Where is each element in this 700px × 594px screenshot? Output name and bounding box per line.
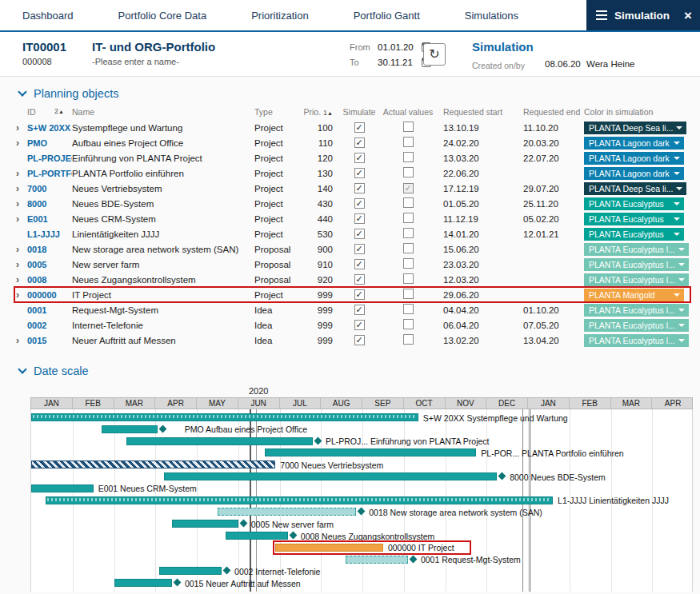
row-id[interactable]: 8000 (27, 199, 72, 209)
table-row[interactable]: PL-PROJECTEinführung von PLANTA ProjectP… (14, 150, 690, 165)
color-dropdown[interactable]: PLANTA Eucalyptus l... (584, 304, 689, 317)
col-prio[interactable]: Prio. (304, 107, 322, 117)
row-id[interactable]: 0001 (27, 305, 72, 315)
simulate-checkbox[interactable]: ✓ (354, 198, 365, 209)
simulate-checkbox[interactable]: ✓ (354, 229, 365, 239)
actual-values-checkbox[interactable] (403, 243, 414, 253)
gantt-bar[interactable] (218, 508, 356, 516)
color-dropdown[interactable]: PLANTA Lagoon dark (584, 137, 684, 149)
col-id[interactable]: ID (27, 107, 36, 117)
table-row[interactable]: L1-JJJJLinientätigkeiten JJJJProject530✓… (14, 226, 690, 241)
actual-values-checkbox[interactable] (403, 334, 414, 345)
row-expander-icon[interactable]: › (14, 244, 27, 255)
gantt-bar[interactable] (265, 448, 476, 456)
color-dropdown[interactable]: PLANTA Eucalyptus (584, 197, 684, 210)
actual-values-checkbox[interactable] (403, 152, 414, 162)
row-id[interactable]: 0018 (27, 245, 72, 254)
table-row[interactable]: 0001Request-Mgt-SystemIdea999✓04.04.2001… (14, 302, 690, 317)
row-id[interactable]: S+W 20XX (27, 123, 72, 133)
collapse-chevron-icon[interactable] (18, 365, 26, 373)
gantt-bar[interactable] (31, 413, 418, 421)
actual-values-checkbox[interactable] (403, 273, 414, 284)
from-date-field[interactable]: 01.01.20 (378, 42, 416, 52)
color-dropdown[interactable]: PLANTA Eucalyptus l... (584, 334, 689, 347)
table-row[interactable]: ›000000IT ProjectProject999✓29.06.20PLAN… (14, 287, 690, 302)
color-dropdown[interactable]: PLANTA Deep Sea li... (584, 122, 686, 134)
table-row[interactable]: ›0015Neuer Auftritt auf MessenIdea999✓13… (14, 333, 690, 348)
table-row[interactable]: 0002Internet-TelefonieIdea999✓06.04.2007… (14, 317, 690, 333)
color-dropdown[interactable]: PLANTA Eucalyptus l... (584, 319, 689, 332)
actual-values-checkbox[interactable] (403, 228, 414, 238)
row-id[interactable]: PL-PROJECT (27, 153, 72, 163)
simulate-checkbox[interactable]: ✓ (354, 244, 365, 254)
row-expander-icon[interactable]: › (14, 122, 27, 134)
row-id[interactable]: 000000 (27, 290, 72, 300)
row-expander-icon[interactable]: › (14, 198, 27, 209)
gantt-bar[interactable] (102, 425, 158, 433)
collapse-chevron-icon[interactable] (18, 87, 26, 96)
color-dropdown[interactable]: PLANTA Lagoon dark (584, 167, 684, 180)
actual-values-checkbox[interactable]: ✓ (403, 183, 414, 193)
row-id[interactable]: 0015 (27, 336, 72, 345)
simulate-checkbox[interactable]: ✓ (354, 320, 365, 330)
simulate-checkbox[interactable]: ✓ (354, 305, 365, 315)
row-id[interactable]: 0008 (27, 275, 72, 285)
date-scale-section-header[interactable]: Date scale (0, 361, 700, 381)
gantt-bar[interactable] (126, 437, 313, 445)
actual-values-checkbox[interactable] (403, 304, 414, 314)
simulate-checkbox[interactable]: ✓ (354, 259, 365, 269)
simulate-checkbox[interactable]: ✓ (354, 122, 365, 133)
nav-tab-simulations[interactable]: Simulations (465, 10, 518, 22)
col-type[interactable]: Type (254, 107, 299, 117)
menu-icon[interactable] (596, 8, 607, 22)
col-actual-values[interactable]: Actual values (382, 107, 434, 117)
row-expander-icon[interactable]: › (14, 274, 27, 285)
portfolio-name-placeholder[interactable]: -Please enter a name- (92, 57, 215, 66)
close-icon[interactable]: × (684, 9, 692, 22)
simulate-checkbox[interactable]: ✓ (354, 168, 365, 178)
table-row[interactable]: ›E001Neues CRM-SystemProject440✓11.12.19… (14, 211, 690, 226)
table-row[interactable]: ›0008Neues ZugangskontrollsystemProposal… (14, 272, 690, 287)
actual-values-checkbox[interactable] (403, 258, 414, 269)
color-dropdown[interactable]: PLANTA Eucalyptus (584, 228, 684, 241)
row-expander-icon[interactable]: › (14, 335, 27, 346)
col-color-in-simulation[interactable]: Color in simulation (584, 107, 690, 117)
color-dropdown[interactable]: PLANTA Marigold (584, 289, 684, 301)
gantt-bar[interactable] (159, 567, 222, 575)
table-row[interactable]: ›8000Neues BDE-SystemProject430✓01.05.20… (14, 196, 690, 211)
refresh-button[interactable]: ↻ (423, 43, 446, 66)
gantt-bar[interactable] (31, 460, 275, 468)
color-dropdown[interactable]: PLANTA Eucalyptus (584, 213, 684, 225)
row-id[interactable]: 0002 (27, 321, 72, 330)
gantt-bar[interactable] (46, 496, 553, 504)
simulate-checkbox[interactable]: ✓ (354, 138, 365, 148)
row-id[interactable]: 7000 (27, 184, 72, 193)
col-name[interactable]: Name (72, 107, 254, 117)
simulate-checkbox[interactable]: ✓ (354, 289, 365, 300)
col-simulate[interactable]: Simulate (336, 107, 382, 117)
actual-values-checkbox[interactable] (403, 167, 414, 177)
row-expander-icon[interactable]: › (14, 168, 27, 179)
row-id[interactable]: L1-JJJJ (27, 229, 72, 239)
nav-tab-portfolio-core-data[interactable]: Portfolio Core Data (118, 10, 207, 22)
simulate-checkbox[interactable]: ✓ (354, 213, 365, 224)
planning-objects-section-header[interactable]: Planning objects (0, 83, 700, 104)
actual-values-checkbox[interactable] (403, 289, 414, 299)
actual-values-checkbox[interactable] (403, 319, 414, 329)
col-requested-end[interactable]: Requested end (514, 107, 584, 117)
nav-tab-portfolio-gantt[interactable]: Portfolio Gantt (354, 10, 420, 22)
table-row[interactable]: ›PMOAufbau eines Project OfficeProject11… (14, 135, 690, 150)
simulate-checkbox[interactable]: ✓ (354, 183, 365, 193)
color-dropdown[interactable]: PLANTA Eucalyptus l... (584, 258, 689, 271)
gantt-bar[interactable] (346, 556, 408, 564)
col-requested-start[interactable]: Requested start (434, 107, 514, 117)
nav-tab-dashboard[interactable]: Dashboard (22, 10, 74, 22)
row-id[interactable]: PMO (27, 138, 72, 148)
gantt-bar[interactable] (172, 520, 238, 528)
actual-values-checkbox[interactable] (403, 122, 414, 132)
row-expander-icon[interactable]: › (14, 138, 27, 149)
nav-tab-prioritization[interactable]: Prioritization (251, 10, 309, 22)
table-row[interactable]: ›7000Neues VertriebsystemProject140✓✓17.… (14, 181, 690, 196)
color-dropdown[interactable]: PLANTA Lagoon dark (584, 152, 684, 165)
gantt-bar[interactable] (114, 579, 172, 587)
